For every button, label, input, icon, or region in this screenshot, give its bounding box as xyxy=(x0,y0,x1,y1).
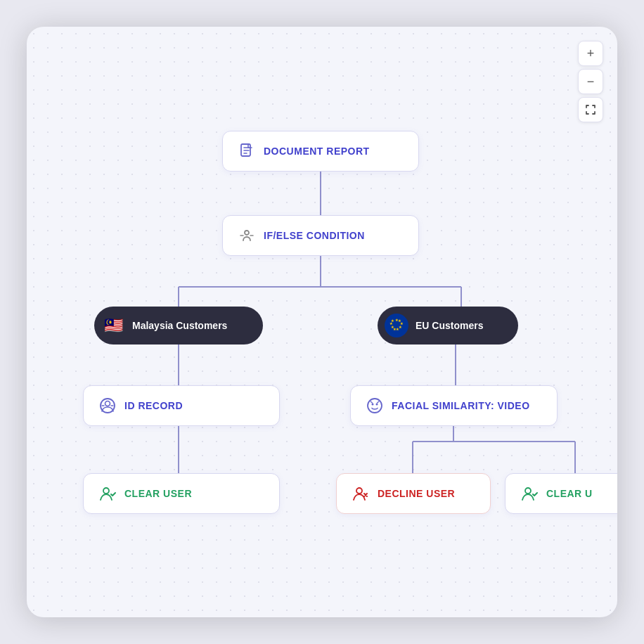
zoom-in-button[interactable]: + xyxy=(578,41,603,66)
clear-user-2-icon xyxy=(520,484,539,503)
document-report-label: DOCUMENT REPORT xyxy=(264,146,370,157)
clear-user-2-label: CLEAR U xyxy=(546,488,593,499)
malaysia-customers-node[interactable]: 🇲🇾 Malaysia Customers xyxy=(94,307,263,344)
fit-icon xyxy=(585,104,596,115)
svg-point-30 xyxy=(368,399,382,413)
svg-point-33 xyxy=(103,488,109,494)
ifelse-label: IF/ELSE CONDITION xyxy=(264,230,365,241)
eu-flag: ★ ★ ★ ★ ★ ★ ★ ★ ★ xyxy=(385,314,408,337)
id-record-label: ID RECORD xyxy=(124,400,183,411)
svg-point-34 xyxy=(356,488,362,494)
clear-user-2-node[interactable]: CLEAR U xyxy=(505,473,617,514)
facial-similarity-label: FACIAL SIMILARITY: VIDEO xyxy=(392,400,530,411)
svg-point-27 xyxy=(105,401,110,406)
flow-canvas[interactable]: + − DOCUMENT REPORT IF/E xyxy=(27,27,617,617)
id-record-node[interactable]: ID RECORD xyxy=(83,385,280,426)
eu-customers-node[interactable]: ★ ★ ★ ★ ★ ★ ★ ★ ★ EU Customers xyxy=(378,307,518,344)
document-report-node[interactable]: DOCUMENT REPORT xyxy=(222,131,419,172)
decline-user-icon xyxy=(351,484,371,503)
decline-user-node[interactable]: DECLINE USER xyxy=(336,473,491,514)
ifelse-node[interactable]: IF/ELSE CONDITION xyxy=(222,215,419,256)
clear-user-node[interactable]: CLEAR USER xyxy=(83,473,280,514)
svg-point-31 xyxy=(372,404,374,406)
svg-point-13 xyxy=(245,231,249,235)
document-icon xyxy=(237,141,257,161)
condition-icon xyxy=(237,226,257,245)
svg-point-35 xyxy=(525,488,531,494)
clear-user-label: CLEAR USER xyxy=(124,488,192,499)
malaysia-flag: 🇲🇾 xyxy=(101,314,125,337)
zoom-controls: + − xyxy=(578,41,603,122)
zoom-fit-button[interactable] xyxy=(578,97,603,122)
zoom-out-button[interactable]: − xyxy=(578,69,603,94)
malaysia-customers-label: Malaysia Customers xyxy=(132,320,227,331)
id-icon xyxy=(98,396,117,416)
clear-user-icon xyxy=(98,484,117,503)
eu-stars-icon: ★ ★ ★ ★ ★ ★ ★ ★ ★ xyxy=(388,317,405,334)
eu-customers-label: EU Customers xyxy=(416,320,483,331)
decline-user-label: DECLINE USER xyxy=(378,488,455,499)
svg-point-32 xyxy=(376,404,378,406)
facial-similarity-node[interactable]: FACIAL SIMILARITY: VIDEO xyxy=(350,385,558,426)
facial-icon xyxy=(365,396,385,416)
